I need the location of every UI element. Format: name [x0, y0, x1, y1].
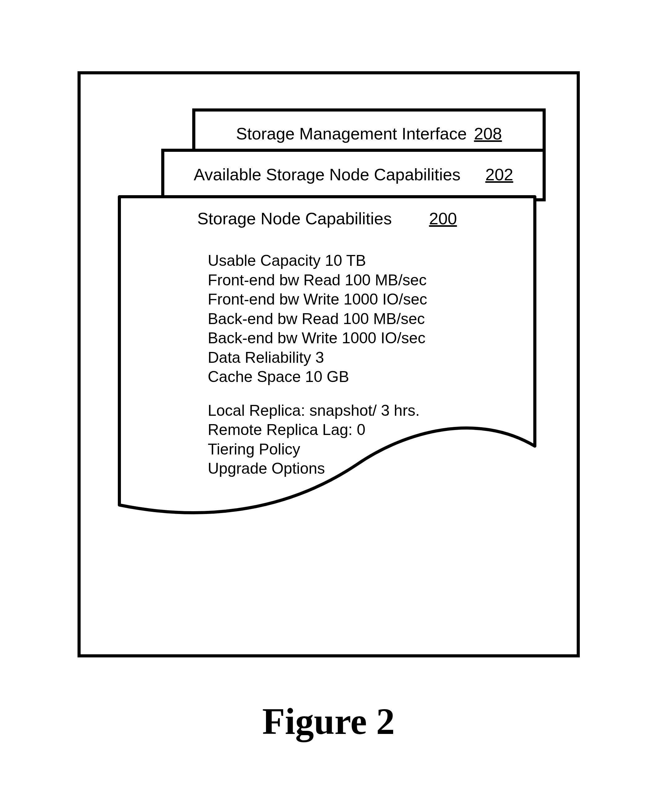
page-frame: Storage Management Interface 208 Availab… [78, 71, 580, 657]
card-available-capabilities: Available Storage Node Capabilities 202 [161, 149, 546, 201]
smi-title-text: Storage Management Interface [236, 124, 467, 143]
cap-line: Upgrade Options [208, 459, 518, 478]
card-title-avail: Available Storage Node Capabilities 202 [164, 152, 543, 187]
ref-208: 208 [474, 124, 502, 143]
card-title-smi: Storage Management Interface 208 [195, 112, 543, 146]
cap-line: Front-end bw Read 100 MB/sec [208, 270, 518, 290]
ref-200: 200 [429, 209, 457, 228]
figure-caption: Figure 2 [0, 700, 657, 743]
card-title-snc: Storage Node Capabilities 200 [118, 195, 536, 231]
cap-line: Front-end bw Write 1000 IO/sec [208, 290, 518, 309]
cap-line: Local Replica: snapshot/ 3 hrs. [208, 401, 518, 421]
capabilities-body: Usable Capacity 10 TB Front-end bw Read … [208, 251, 518, 492]
group-206-lines: Local Replica: snapshot/ 3 hrs. Remote R… [208, 401, 518, 478]
cap-line: Back-end bw Read 100 MB/sec [208, 309, 518, 329]
cap-line: Remote Replica Lag: 0 [208, 420, 518, 439]
snc-title-text: Storage Node Capabilities [197, 209, 392, 228]
cap-line: Tiering Policy [208, 439, 518, 459]
cap-line: Data Reliability 3 [208, 348, 518, 368]
cap-line: Back-end bw Write 1000 IO/sec [208, 328, 518, 348]
card-storage-node-capabilities: Storage Node Capabilities 200 Usable Cap… [118, 195, 536, 520]
cap-line: Cache Space 10 GB [208, 367, 518, 387]
group-204-lines: Usable Capacity 10 TB Front-end bw Read … [208, 251, 518, 387]
avail-title-text: Available Storage Node Capabilities [194, 165, 461, 184]
card-storage-management-interface: Storage Management Interface 208 [192, 109, 546, 152]
cap-line: Usable Capacity 10 TB [208, 251, 518, 270]
ref-202: 202 [485, 165, 513, 184]
